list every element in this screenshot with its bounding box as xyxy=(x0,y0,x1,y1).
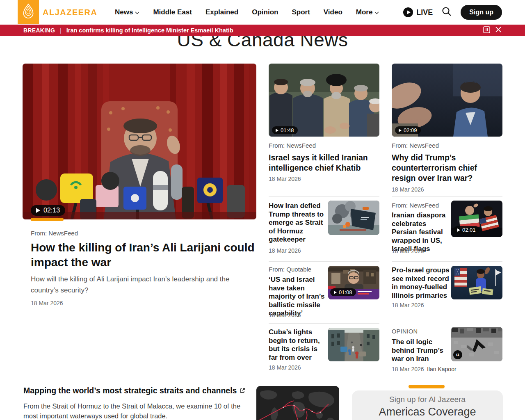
divider xyxy=(269,196,379,197)
featured-title[interactable]: How the killing of Iran’s Ali Larijani c… xyxy=(31,240,259,270)
video-progress-bar xyxy=(31,218,64,221)
external-link-icon xyxy=(240,386,245,395)
newsletter-accent-bar xyxy=(409,385,445,388)
duration-label: 01:48 xyxy=(281,127,294,133)
play-circle-icon xyxy=(403,7,413,17)
play-icon xyxy=(457,228,460,232)
thumbnail-image[interactable] xyxy=(328,201,379,235)
duration-label: 01:08 xyxy=(339,289,352,295)
video-duration-badge: 01:08 xyxy=(330,288,356,296)
breaking-headline[interactable]: Iran confirms killing of Intelligence Mi… xyxy=(66,27,233,34)
newsletter-signup-card[interactable]: Sign up for Al Jazeera Americas Coverage xyxy=(352,390,503,420)
video-duration-badge: 02:13 xyxy=(31,205,65,216)
article-title[interactable]: Iranian diaspora celebrates Persian fest… xyxy=(392,211,450,253)
map-story-link[interactable]: Mapping the world’s most strategic strai… xyxy=(23,386,245,395)
article-date: 18 Mar 2026 xyxy=(392,302,424,308)
nav-item-video[interactable]: Video xyxy=(324,8,342,16)
article-title[interactable]: How Iran defied Trump threats to emerge … xyxy=(269,202,325,244)
article-author: Ilan Kapoor xyxy=(427,366,457,372)
chevron-down-icon xyxy=(374,8,379,16)
article-title[interactable]: Israel says it killed Iranian intelligen… xyxy=(269,153,377,173)
right-column: 02:09 From: NewsFeed Why did Trump’s cou… xyxy=(392,0,502,420)
play-icon xyxy=(334,291,337,294)
divider xyxy=(392,323,502,323)
aljazeera-logo[interactable] xyxy=(18,0,39,24)
signup-button[interactable]: Sign up xyxy=(461,5,502,20)
quote-icon: “ xyxy=(453,350,462,359)
nav-label: News xyxy=(115,8,133,16)
article-date: 18 Mar 2026 xyxy=(269,364,301,371)
nav-item-opinion[interactable]: Opinion xyxy=(252,8,278,16)
nav-label: Explained xyxy=(205,8,238,16)
breaking-separator: | xyxy=(60,27,62,34)
divider xyxy=(269,261,379,262)
opinion-kicker: OPINION xyxy=(392,328,418,335)
article-date: 18 Mar 2026 xyxy=(392,186,424,193)
play-icon xyxy=(399,129,402,132)
featured-image[interactable]: 02:13 xyxy=(23,64,256,219)
top-navigation-bar: ALJAZEERA News Middle East Explained Opi… xyxy=(0,0,525,25)
header-actions: LIVE Sign up xyxy=(403,0,502,25)
nav-label: Video xyxy=(324,8,342,16)
live-label: LIVE xyxy=(416,8,433,17)
article-source: From: NewsFeed xyxy=(392,202,439,209)
article-title[interactable]: Pro-Israel groups see mixed record in mo… xyxy=(392,266,450,300)
article-image[interactable]: 01:48 xyxy=(269,64,379,137)
map-story-title: Mapping the world’s most strategic strai… xyxy=(23,386,237,395)
aljazeera-flame-icon xyxy=(20,2,37,22)
article-date: 18 Mar 2026 xyxy=(31,300,63,306)
duration-label: 02:01 xyxy=(462,227,476,233)
thumbnail-image[interactable] xyxy=(451,266,502,299)
article-title[interactable]: The oil logic behind Trump’s war on Iran xyxy=(392,338,450,363)
duration-label: 02:13 xyxy=(43,207,60,214)
play-icon xyxy=(36,208,40,213)
newsletter-title: Americas Coverage xyxy=(352,406,503,418)
close-icon[interactable] xyxy=(495,26,502,34)
article-date: 18 Mar 2026 xyxy=(269,312,301,318)
article-date: 18 Mar 2026 xyxy=(392,366,424,372)
article-source: From: Quotable xyxy=(269,266,311,273)
thumbnail-image[interactable]: 01:08 xyxy=(328,266,379,299)
article-date: 18 Mar 2026 xyxy=(269,176,301,182)
thumbnail-image[interactable]: “ xyxy=(451,327,502,361)
main-nav: News Middle East Explained Opinion Sport… xyxy=(115,0,379,25)
video-duration-badge: 02:09 xyxy=(395,126,421,134)
search-icon[interactable] xyxy=(441,6,452,18)
pause-ticker-icon[interactable] xyxy=(483,26,490,35)
nav-item-sport[interactable]: Sport xyxy=(292,8,310,16)
breaking-label: BREAKING xyxy=(23,27,55,34)
newsletter-kicker: Sign up for Al Jazeera xyxy=(352,395,503,404)
video-duration-badge: 02:01 xyxy=(454,226,479,234)
duration-label: 02:09 xyxy=(404,127,417,133)
divider xyxy=(392,196,502,197)
nav-item-more[interactable]: More xyxy=(356,8,379,16)
chevron-down-icon xyxy=(135,8,139,16)
article-source: From: NewsFeed xyxy=(392,142,439,149)
nav-item-middle-east[interactable]: Middle East xyxy=(153,8,192,16)
nav-label: Sport xyxy=(292,8,310,16)
thumbnail-image[interactable]: 02:01 xyxy=(451,201,502,237)
map-thumbnail[interactable] xyxy=(256,386,339,420)
map-story-excerpt: From the Strait of Hormuz to the Strait … xyxy=(23,401,248,420)
nav-item-explained[interactable]: Explained xyxy=(205,8,238,16)
play-icon xyxy=(276,129,278,132)
nav-label: Middle East xyxy=(153,8,192,16)
article-source: From: NewsFeed xyxy=(269,142,316,149)
logo-wordmark[interactable]: ALJAZEERA xyxy=(43,8,98,17)
video-duration-badge: 01:48 xyxy=(272,126,298,134)
live-button[interactable]: LIVE xyxy=(403,7,433,17)
article-title[interactable]: Why did Trump’s counterterrorism chief r… xyxy=(392,153,502,183)
article-image[interactable]: 02:09 xyxy=(392,64,502,137)
article-title[interactable]: Cuba’s lights begin to return, but its c… xyxy=(269,328,326,362)
article-date: 18 Mar 2026 xyxy=(269,247,301,254)
nav-item-news[interactable]: News xyxy=(115,8,139,16)
middle-column: 01:48 From: NewsFeed Israel says it kill… xyxy=(269,0,379,420)
divider xyxy=(269,323,379,324)
divider xyxy=(392,261,502,262)
article-date: 18 Mar 2026 xyxy=(392,248,424,254)
nav-label: Opinion xyxy=(252,8,278,16)
nav-label: More xyxy=(356,8,373,16)
thumbnail-image[interactable] xyxy=(328,328,379,361)
breaking-news-banner: BREAKING | Iran confirms killing of Inte… xyxy=(0,25,525,36)
article-source: From: NewsFeed xyxy=(31,230,78,237)
